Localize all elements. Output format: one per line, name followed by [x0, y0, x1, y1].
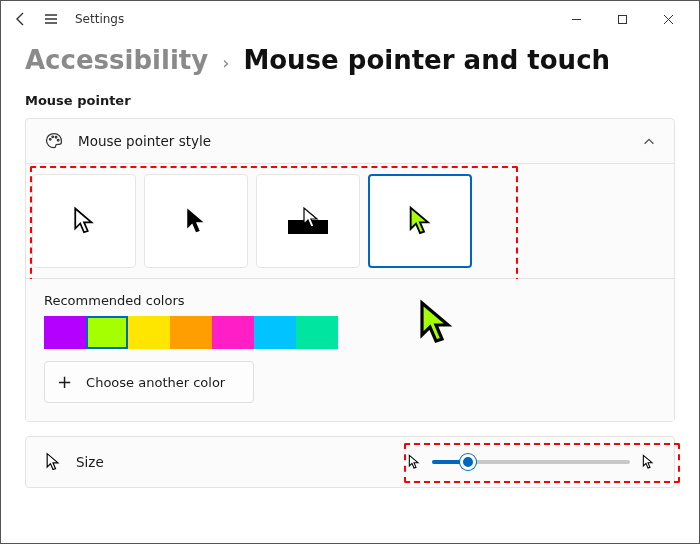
swatch-orange[interactable]: [170, 316, 212, 349]
pointer-style-inverted[interactable]: [256, 174, 360, 268]
close-button[interactable]: [645, 3, 691, 35]
slider-max-icon: [640, 454, 656, 470]
section-heading: Mouse pointer: [1, 85, 699, 114]
hamburger-icon[interactable]: [43, 11, 59, 27]
cursor-small-icon: [44, 452, 62, 472]
swatch-purple[interactable]: [44, 316, 86, 349]
chevron-up-icon: [642, 134, 656, 148]
pointer-style-black[interactable]: [144, 174, 248, 268]
svg-point-4: [57, 139, 59, 141]
breadcrumb-parent[interactable]: Accessibility: [25, 45, 208, 75]
pointer-style-custom[interactable]: [368, 174, 472, 268]
palette-icon: [44, 131, 64, 151]
swatch-aqua[interactable]: [296, 316, 338, 349]
choose-another-color-button[interactable]: + Choose another color: [44, 361, 254, 403]
breadcrumb-current: Mouse pointer and touch: [243, 45, 610, 75]
svg-point-2: [52, 136, 54, 138]
back-button[interactable]: [13, 11, 29, 27]
svg-rect-0: [618, 15, 626, 23]
cursor-preview-icon: [416, 299, 456, 347]
plus-icon: +: [57, 373, 72, 391]
card-title: Mouse pointer style: [78, 133, 211, 149]
swatch-yellow[interactable]: [128, 316, 170, 349]
maximize-button[interactable]: [599, 3, 645, 35]
pointer-size-card: Size: [25, 436, 675, 488]
pointer-style-white[interactable]: [32, 174, 136, 268]
pointer-style-options: [26, 164, 674, 278]
size-label: Size: [76, 454, 104, 470]
chevron-right-icon: ›: [222, 52, 229, 73]
color-swatches: [44, 316, 656, 349]
swatch-cyan[interactable]: [254, 316, 296, 349]
swatch-lime[interactable]: [86, 316, 128, 349]
recommended-colors-label: Recommended colors: [44, 293, 656, 308]
titlebar: Settings: [1, 1, 699, 37]
slider-min-icon: [406, 454, 422, 470]
swatch-magenta[interactable]: [212, 316, 254, 349]
svg-point-3: [55, 136, 57, 138]
svg-point-1: [49, 139, 51, 141]
minimize-button[interactable]: [553, 3, 599, 35]
breadcrumb: Accessibility › Mouse pointer and touch: [1, 37, 699, 85]
pointer-style-card: Mouse pointer style: [25, 118, 675, 422]
svg-rect-5: [288, 220, 328, 234]
size-slider[interactable]: [432, 460, 630, 464]
slider-thumb[interactable]: [460, 454, 476, 470]
card-header[interactable]: Mouse pointer style: [26, 119, 674, 163]
choose-another-color-label: Choose another color: [86, 375, 225, 390]
window-title: Settings: [75, 12, 124, 26]
